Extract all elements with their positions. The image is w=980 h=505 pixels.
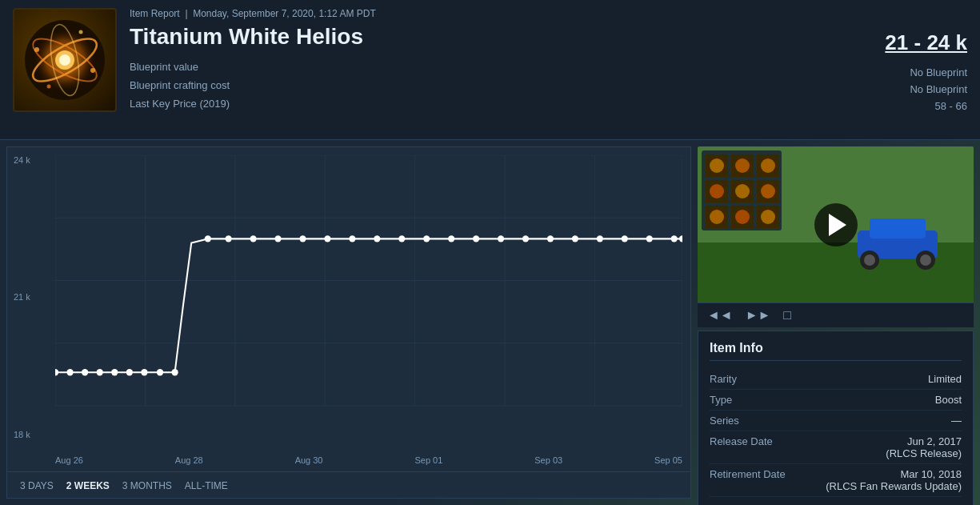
svg-point-39: [349, 235, 355, 242]
svg-point-35: [250, 235, 256, 242]
svg-point-58: [710, 158, 724, 173]
info-row-series: Series —: [710, 411, 962, 431]
info-row-retirement: Retirement Date Mar 10, 2018(RLCS Fan Re…: [710, 464, 962, 497]
series-key: Series: [710, 415, 739, 427]
separator: |: [185, 8, 187, 19]
blueprint-crafting-label: Blueprint crafting cost: [130, 79, 306, 91]
item-header: Item Report | Monday, September 7, 2020,…: [0, 0, 980, 140]
svg-point-9: [47, 85, 51, 89]
svg-point-70: [710, 210, 724, 224]
svg-point-29: [126, 369, 133, 375]
svg-point-72: [735, 210, 750, 224]
rarity-val: Limited: [928, 373, 962, 385]
chart-container: 24 k 21 k 18 k: [7, 147, 690, 471]
svg-rect-76: [870, 218, 926, 238]
svg-point-38: [324, 235, 330, 242]
fullscreen-button[interactable]: □: [780, 307, 794, 324]
chart-time-buttons: 3 DAYS 2 WEEKS 3 MONTHS ALL-TIME: [7, 471, 690, 499]
play-button[interactable]: [814, 203, 858, 246]
x-label-3: Aug 30: [295, 455, 323, 465]
svg-point-46: [522, 235, 529, 242]
svg-point-6: [59, 54, 70, 66]
item-info-panel: Item Info Rarity Limited Type Boost Seri…: [698, 331, 974, 505]
header-info: Item Report | Monday, September 7, 2020,…: [130, 8, 794, 131]
svg-point-52: [671, 235, 678, 242]
x-label-5: Sep 03: [534, 455, 562, 465]
item-info-title: Item Info: [710, 341, 962, 361]
svg-point-64: [710, 184, 724, 198]
svg-point-74: [761, 210, 775, 224]
rarity-key: Rarity: [710, 373, 737, 385]
time-btn-alltime[interactable]: ALL-TIME: [180, 479, 233, 493]
svg-point-53: [679, 235, 682, 242]
svg-point-24: [55, 369, 58, 375]
svg-point-37: [299, 235, 306, 242]
retirement-key: Retirement Date: [710, 468, 786, 492]
time-btn-3months[interactable]: 3 MONTHS: [118, 479, 177, 493]
video-thumbnail: [698, 146, 974, 303]
type-val: Boost: [935, 394, 962, 406]
item-name: Titanium White Helios: [130, 24, 794, 50]
svg-point-7: [34, 47, 39, 52]
svg-point-32: [171, 369, 178, 375]
svg-point-31: [157, 369, 163, 375]
chart-x-labels: Aug 26 Aug 28 Aug 30 Sep 01 Sep 03 Sep 0…: [55, 455, 682, 465]
info-row-release: Release Date Jun 2, 2017(RLCS Release): [710, 431, 962, 464]
blueprint-crafting-row: Blueprint crafting cost: [130, 78, 794, 93]
chart-y-labels: 24 k 21 k 18 k: [14, 155, 30, 439]
svg-point-10: [79, 30, 83, 34]
x-label-1: Aug 26: [55, 455, 83, 465]
svg-point-49: [597, 235, 603, 242]
report-date: Monday, September 7, 2020, 1:12 AM PDT: [193, 8, 376, 19]
price-range: 21 - 24 k: [885, 30, 967, 55]
svg-point-34: [226, 235, 232, 242]
x-label-6: Sep 05: [654, 455, 682, 465]
time-btn-3days[interactable]: 3 DAYS: [15, 479, 58, 493]
svg-point-26: [82, 369, 88, 375]
svg-point-28: [111, 369, 118, 375]
price-panel: 21 - 24 k No Blueprint No Blueprint 58 -…: [807, 8, 967, 131]
video-controls: ◄◄ ►► □: [698, 303, 974, 327]
svg-point-50: [622, 235, 628, 242]
svg-point-43: [448, 235, 454, 242]
svg-point-30: [141, 369, 147, 375]
info-row-type: Type Boost: [710, 390, 962, 411]
svg-point-25: [66, 369, 73, 375]
svg-point-79: [864, 255, 875, 266]
svg-point-42: [423, 235, 430, 242]
blueprint-value-val: No Blueprint: [910, 66, 967, 78]
last-key-row: Last Key Price (2019): [130, 96, 794, 111]
svg-point-45: [498, 235, 504, 242]
svg-point-41: [398, 235, 405, 242]
last-key-label: Last Key Price (2019): [130, 98, 306, 110]
y-label-bot: 18 k: [14, 430, 30, 439]
svg-point-66: [735, 184, 750, 198]
release-val: Jun 2, 2017(RLCS Release): [886, 435, 962, 459]
svg-point-8: [90, 68, 95, 73]
right-panel: ◄◄ ►► □ Item Info Rarity Limited Type Bo…: [698, 146, 974, 499]
series-val: —: [951, 415, 962, 427]
prev-video-button[interactable]: ◄◄: [704, 307, 736, 324]
item-thumbnail: [13, 8, 117, 112]
svg-point-36: [274, 235, 281, 242]
svg-point-51: [646, 235, 653, 242]
svg-point-44: [473, 235, 479, 242]
blueprint-crafting-val: No Blueprint: [910, 83, 967, 95]
type-key: Type: [710, 394, 732, 406]
retirement-val: Mar 10, 2018(RLCS Fan Rewards Update): [826, 468, 962, 492]
blueprint-value-row: Blueprint value: [130, 59, 794, 74]
content-area: 24 k 21 k 18 k: [0, 140, 980, 505]
next-video-button[interactable]: ►►: [742, 307, 774, 324]
last-key-val: 58 - 66: [935, 100, 967, 112]
release-key: Release Date: [710, 435, 773, 459]
y-label-mid: 21 k: [14, 292, 30, 302]
svg-point-62: [761, 158, 775, 173]
svg-point-47: [547, 235, 554, 242]
time-btn-2weeks[interactable]: 2 WEEKS: [62, 479, 114, 493]
svg-point-80: [920, 255, 931, 266]
report-label: Item Report: [130, 8, 180, 19]
y-label-top: 24 k: [14, 155, 30, 165]
svg-point-40: [374, 235, 380, 242]
blueprint-value-label: Blueprint value: [130, 61, 306, 73]
x-label-4: Sep 01: [414, 455, 442, 465]
